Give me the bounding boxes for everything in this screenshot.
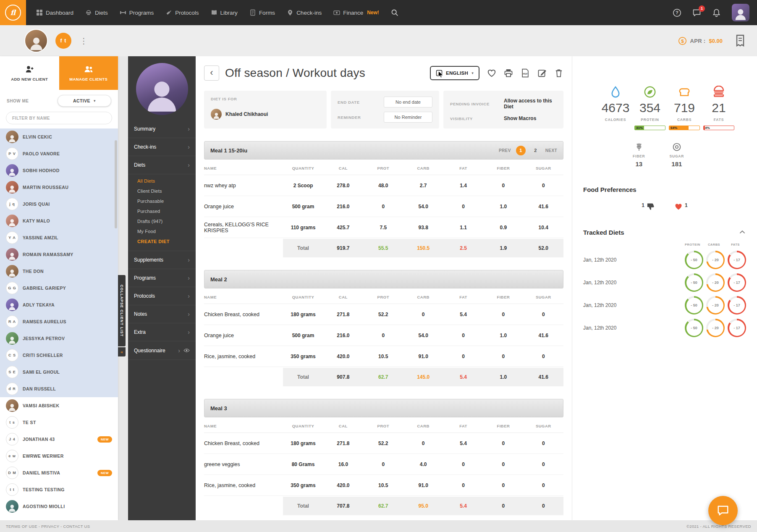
collapse-client-list-tab[interactable]: COLLAPSE CLIENT LIST bbox=[118, 275, 126, 346]
submenu-item-purchasable[interactable]: Purchasable bbox=[128, 196, 196, 206]
menu-item-check-ins[interactable]: Check-ins› bbox=[128, 138, 196, 156]
client-row-vamsi-abishek[interactable]: VAMSI ABISHEK bbox=[0, 397, 118, 414]
trash-icon[interactable] bbox=[554, 68, 563, 78]
tracked-diet-row[interactable]: Jan, 12th 2020- 50- 20- 17 bbox=[583, 251, 746, 269]
coach-avatar[interactable] bbox=[24, 29, 48, 52]
client-row-jessyka-petrov[interactable]: JESSYKA PETROV bbox=[0, 330, 118, 347]
nav-item-dashboard[interactable]: Dashboard bbox=[36, 9, 73, 16]
pager-prev[interactable]: PREV bbox=[499, 148, 511, 153]
nav-item-diets[interactable]: Diets bbox=[85, 9, 108, 16]
eye-icon[interactable] bbox=[183, 347, 190, 354]
menu-item-programs[interactable]: Programs› bbox=[128, 269, 196, 287]
client-row-ewrwe-werwer[interactable]: e wEWRWE WERWER bbox=[0, 448, 118, 464]
food-row[interactable]: nwz whey atp2 Scoop278.048.02.71.400 bbox=[204, 175, 563, 196]
language-dropdown[interactable]: A ENGLISH ▾ bbox=[430, 66, 479, 80]
food-row[interactable]: Cereals, KELLOGG'S RICE KRISPIES110 gram… bbox=[204, 217, 563, 238]
app-logo[interactable]: fl bbox=[0, 0, 26, 25]
status-filter-dropdown[interactable]: ACTIVE ▾ bbox=[58, 95, 111, 107]
dislikes-count[interactable]: 1 bbox=[642, 202, 655, 211]
help-icon[interactable]: ? bbox=[673, 8, 681, 17]
client-row-adly-tekaya[interactable]: ADLY TEKAYA bbox=[0, 296, 118, 313]
submenu-item-create-diet[interactable]: CREATE DIET bbox=[128, 236, 196, 246]
printer-icon[interactable] bbox=[504, 68, 513, 78]
food-row[interactable]: Chicken Breast, cooked180 grams271.852.2… bbox=[204, 433, 563, 454]
edit-icon[interactable] bbox=[537, 68, 547, 78]
client-row-testing-testing[interactable]: t tTESTING TESTING bbox=[0, 481, 118, 498]
submenu-item-drafts-947[interactable]: Drafts (947) bbox=[128, 216, 196, 226]
submenu-item-purchased[interactable]: Purchased bbox=[128, 206, 196, 216]
notifications-icon[interactable] bbox=[712, 8, 721, 17]
footer-links[interactable]: TERMS OF USE - PRIVACY - CONTACT US bbox=[6, 524, 90, 529]
heart-icon[interactable] bbox=[487, 68, 496, 78]
menu-item-notes[interactable]: Notes› bbox=[128, 305, 196, 323]
tracked-diet-row[interactable]: Jan, 12th 2020- 50- 20- 17 bbox=[583, 319, 746, 337]
client-row-paolo-vanore[interactable]: P VPAOLO VANORE bbox=[0, 145, 118, 162]
likes-count[interactable]: 1 bbox=[674, 202, 688, 211]
add-new-client-button[interactable]: ADD NEW CLIENT bbox=[0, 56, 59, 90]
support-chat-fab[interactable] bbox=[708, 496, 738, 525]
menu-item-summary[interactable]: Summary› bbox=[128, 120, 196, 138]
food-row[interactable]: Rice, jasmine, cooked350 grams420.010.59… bbox=[204, 475, 563, 496]
client-row-agostino-miolli[interactable]: AGOSTINO MIOLLI bbox=[0, 498, 118, 515]
nav-item-protocols[interactable]: Protocols bbox=[165, 9, 199, 16]
nav-item-forms[interactable]: Forms bbox=[249, 9, 275, 16]
manage-clients-button[interactable]: MANAGE CLIENTS bbox=[59, 56, 118, 90]
menu-item-extra[interactable]: Extra› bbox=[128, 323, 196, 341]
food-row[interactable]: Orange juice500 gram216.0054.001.041.6 bbox=[204, 196, 563, 217]
back-button[interactable]: ‹ bbox=[204, 66, 219, 81]
food-row[interactable]: Orange juice500 gram216.0054.001.041.6 bbox=[204, 325, 563, 346]
client-list-scrollbar[interactable] bbox=[115, 140, 117, 228]
pager-page-2[interactable]: 2 bbox=[531, 146, 540, 155]
menu-item-protocols[interactable]: Protocols› bbox=[128, 287, 196, 305]
menu-item-diets[interactable]: Diets› bbox=[128, 156, 196, 174]
nav-item-library[interactable]: Library bbox=[211, 9, 238, 16]
nav-item-programs[interactable]: Programs bbox=[120, 9, 154, 16]
food-row[interactable]: greene veggies80 Grams16.004.0000 bbox=[204, 454, 563, 475]
food-row[interactable]: Chicken Breast, cooked180 grams271.852.2… bbox=[204, 304, 563, 325]
client-row-sobhi-hodhod[interactable]: SOBHI HODHOD bbox=[0, 162, 118, 179]
client-row-yassine-amzil[interactable]: Y AYASSINE AMZIL bbox=[0, 229, 118, 246]
nav-item-finance[interactable]: FinanceNew! bbox=[333, 9, 379, 16]
client-row-ramses-aurelus[interactable]: R ARAMSES AURELUS bbox=[0, 313, 118, 330]
client-row-joris-quai[interactable]: j qJORIS QUAI bbox=[0, 196, 118, 212]
food-row[interactable]: Rice, jasmine, cooked350 grams420.010.59… bbox=[204, 346, 563, 367]
client-photo[interactable] bbox=[136, 63, 188, 115]
client-row-te-st[interactable]: t sTE ST bbox=[0, 414, 118, 431]
reminder-button[interactable]: No Reminder bbox=[384, 112, 432, 123]
chevron-up-icon[interactable] bbox=[739, 228, 746, 236]
user-avatar[interactable] bbox=[732, 4, 749, 21]
end-date-button[interactable]: No end date bbox=[384, 97, 432, 107]
client-row-martin-rousseau[interactable]: MARTIN ROUSSEAU bbox=[0, 179, 118, 196]
client-row-gabriel-gariepy[interactable]: G GGABRIEL GARIEPY bbox=[0, 280, 118, 296]
submenu-item-my-food[interactable]: My Food bbox=[128, 226, 196, 236]
search-icon[interactable] bbox=[391, 9, 398, 16]
menu-item-supplements[interactable]: Supplements› bbox=[128, 251, 196, 269]
client-row-romain-ramassamy[interactable]: ROMAIN RAMASSAMY bbox=[0, 246, 118, 263]
tracked-diet-row[interactable]: Jan, 12th 2020- 50- 20- 17 bbox=[583, 273, 746, 292]
pager-next[interactable]: NEXT bbox=[545, 148, 557, 153]
submenu-item-client-diets[interactable]: Client Diets bbox=[128, 186, 196, 196]
submenu-item-all-diets[interactable]: All Diets bbox=[128, 176, 196, 186]
show-macros-link[interactable]: Show Macros bbox=[504, 115, 536, 121]
allow-access-link[interactable]: Allow access to this Diet bbox=[504, 98, 557, 110]
client-row-jonathan-43[interactable]: J 4JONATHAN 43NEW bbox=[0, 431, 118, 448]
client-row-daniel-mistiva[interactable]: D MDANIEL MISTIVANEW bbox=[0, 464, 118, 481]
client-row-katy-malo[interactable]: KATY MALO bbox=[0, 212, 118, 229]
client-row-dan-russell[interactable]: d RDAN RUSSELL bbox=[0, 380, 118, 397]
client-row-sami-el-ghoul[interactable]: S ESAMI EL GHOUL bbox=[0, 364, 118, 380]
chat-button[interactable]: 1 bbox=[692, 8, 701, 17]
filter-by-name-input[interactable] bbox=[6, 112, 112, 124]
pager-page-1[interactable]: 1 bbox=[516, 146, 526, 155]
tracked-diet-row[interactable]: Jan, 12th 2020- 50- 20- 17 bbox=[583, 296, 746, 314]
client-row-elvin-cekic[interactable]: ELVIN CEKIC bbox=[0, 128, 118, 145]
menu-item-questionnaire[interactable]: Questionnaire› bbox=[128, 341, 196, 360]
more-options-icon[interactable]: ⋮ bbox=[80, 36, 88, 46]
client-row-the-don[interactable]: THE DON bbox=[0, 263, 118, 280]
diet-for-client[interactable]: Khaled Chikhaoui bbox=[211, 109, 320, 120]
nav-item-check-ins[interactable]: Check-ins bbox=[287, 9, 322, 16]
double-chevron-left-icon[interactable]: « bbox=[118, 347, 126, 356]
team-badge[interactable]: f t bbox=[55, 33, 71, 49]
invoice-icon[interactable] bbox=[733, 34, 747, 47]
pdf-icon[interactable]: PDF bbox=[521, 68, 530, 78]
client-row-criti-schieller[interactable]: C SCRITI SCHIELLER bbox=[0, 347, 118, 364]
